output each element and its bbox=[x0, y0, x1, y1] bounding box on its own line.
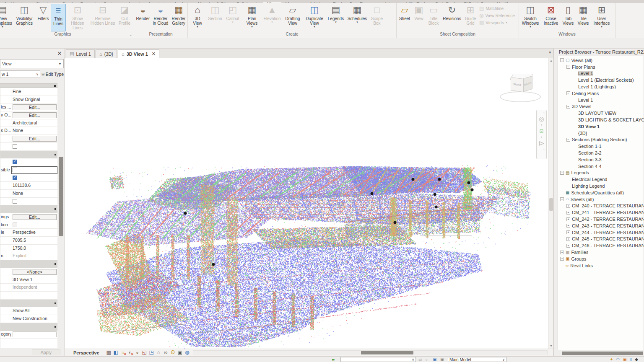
property-value[interactable]: Explicit bbox=[11, 252, 57, 260]
ribbon-button-switch-windows[interactable]: ◫Switch Windows▾ bbox=[519, 4, 541, 31]
tree-item-legends[interactable]: −▤Legends bbox=[558, 170, 644, 176]
reveal-hidden-icon[interactable]: ʘ bbox=[169, 349, 177, 356]
instance-selector[interactable]: w 1 ∨ bbox=[0, 70, 40, 78]
property-value[interactable]: <None> bbox=[11, 268, 57, 276]
shadows-icon[interactable]: ◐✕ bbox=[127, 349, 134, 356]
property-checkbox[interactable] bbox=[13, 144, 17, 149]
expand-icon[interactable]: + bbox=[566, 217, 570, 221]
relinquish-icon[interactable]: ○ bbox=[425, 357, 428, 362]
expand-icon[interactable]: + bbox=[566, 237, 570, 241]
property-value[interactable]: Edit... bbox=[11, 103, 57, 111]
ribbon-button-3d-view[interactable]: ⌂3D View▾ bbox=[188, 4, 207, 31]
tree-item-level-1[interactable]: Level 1 bbox=[558, 70, 644, 77]
tree-item-level-1-electrical-sockets[interactable]: Level 1 (Electrical Sockets) bbox=[558, 77, 644, 83]
tree-item-level-1[interactable]: Level 1 bbox=[558, 97, 644, 103]
sun-path-icon[interactable]: ☼✕ bbox=[119, 349, 127, 356]
property-value[interactable]: Fine bbox=[11, 88, 57, 96]
crop-region-icon[interactable]: ◳ bbox=[148, 349, 155, 356]
view-tab-3d-view-1[interactable]: ⌂3D View 1✕ bbox=[118, 49, 159, 58]
worksets-icon[interactable]: ●● bbox=[332, 357, 334, 362]
tree-item-section-2-2[interactable]: Section 2-2 bbox=[558, 150, 644, 156]
tree-item-cm-246-terrace-restaurant[interactable]: +CM_246 - TERRACE RESTAURANT - bbox=[558, 242, 644, 249]
tree-item-cm-244-terrace-restaurant[interactable]: +CM_244 - TERRACE RESTAURANT - bbox=[558, 229, 644, 236]
property-value[interactable]: None bbox=[11, 127, 57, 134]
property-value[interactable]: None bbox=[11, 190, 57, 197]
tree-item-ceiling-plans[interactable]: −Ceiling Plans bbox=[558, 90, 644, 97]
tree-item-revit-links[interactable]: ∞Revit Links bbox=[558, 262, 644, 269]
dialog-launcher-icon[interactable]: ⌄ bbox=[129, 32, 132, 38]
tree-item-3d[interactable]: {3D} bbox=[558, 130, 644, 137]
active-option-icon[interactable]: ▣ bbox=[440, 357, 444, 362]
property-value[interactable]: Show All bbox=[11, 307, 57, 315]
scrollbar-thumb[interactable] bbox=[361, 351, 413, 354]
property-value[interactable] bbox=[11, 331, 57, 338]
ribbon-button-user-interface[interactable]: ⊞User Interface▾ bbox=[591, 4, 613, 31]
ribbon-button-render-in-cloud[interactable]: ◒Render in Cloud bbox=[151, 4, 170, 31]
expand-icon[interactable]: + bbox=[560, 257, 564, 261]
visual-style-icon[interactable]: ◧ bbox=[112, 349, 119, 356]
expand-icon[interactable]: + bbox=[566, 230, 570, 234]
collapse-icon[interactable]: − bbox=[566, 91, 570, 95]
background-processes-icon[interactable]: ◠ bbox=[616, 357, 620, 362]
property-checkbox[interactable] bbox=[13, 168, 17, 172]
tree-item-cm-242-terrace-restaurant[interactable]: +CM_242 - TERRACE RESTAURANT - bbox=[558, 216, 644, 222]
expand-icon[interactable]: + bbox=[566, 244, 570, 248]
ribbon-button-tile-views[interactable]: ▦Tile Views bbox=[576, 4, 591, 31]
property-value[interactable] bbox=[11, 143, 57, 150]
steering-wheel-icon[interactable]: ◎ bbox=[539, 116, 544, 122]
tree-item-3d-view-1[interactable]: 3D View 1 bbox=[558, 123, 644, 130]
properties-scrollbar[interactable] bbox=[58, 98, 64, 341]
expand-icon[interactable]: + bbox=[566, 204, 570, 208]
locked-3d-view-icon[interactable]: ⌂ bbox=[155, 349, 162, 356]
ribbon-button-thin-lines[interactable]: ≡Thin Lines bbox=[51, 4, 66, 31]
ribbon-button-viewports[interactable]: ▥Viewports▾ bbox=[479, 20, 515, 26]
scrollbar-thumb[interactable] bbox=[562, 352, 643, 355]
tree-item-3d-lighting-socket-layout[interactable]: 3D LIGHTING & SOCKET LAYOUT bbox=[558, 116, 644, 123]
property-value[interactable] bbox=[11, 221, 57, 229]
tree-item-views-all[interactable]: −▢Views (all) bbox=[558, 57, 644, 64]
apply-button[interactable]: Apply bbox=[32, 349, 60, 355]
zoom-icon[interactable]: ⊡ bbox=[539, 128, 543, 134]
crop-view-icon[interactable]: ◱ bbox=[141, 349, 148, 356]
property-value[interactable]: Edit... bbox=[11, 213, 57, 221]
property-value[interactable]: Independent bbox=[11, 284, 57, 291]
ribbon-button-sheet[interactable]: ▱Sheet bbox=[397, 4, 412, 31]
property-checkbox[interactable] bbox=[13, 199, 17, 204]
vertical-scrollbar[interactable]: ▲ ▼ bbox=[548, 58, 553, 349]
edit-button[interactable]: Edit... bbox=[13, 112, 57, 118]
property-value[interactable]: Perspective bbox=[11, 229, 57, 236]
property-value[interactable]: 1750.0 bbox=[11, 245, 57, 252]
select-pinned-icon[interactable]: ▯ bbox=[630, 357, 632, 362]
tree-item-groups[interactable]: +▣Groups bbox=[558, 256, 644, 262]
property-value[interactable]: New Construction bbox=[11, 315, 57, 323]
design-options-icon[interactable]: ▣ bbox=[433, 357, 436, 362]
property-input[interactable] bbox=[13, 331, 57, 337]
property-checkbox[interactable] bbox=[13, 160, 17, 164]
view-tab-3d[interactable]: ⌂{3D} bbox=[96, 49, 117, 58]
ribbon-button-schedules[interactable]: ▦Schedules▾ bbox=[346, 4, 369, 31]
expand-icon[interactable]: + bbox=[560, 251, 564, 254]
project-browser-hscrollbar[interactable] bbox=[558, 351, 644, 356]
tree-item-cm-241-terrace-restaurant[interactable]: +CM_241 - TERRACE RESTAURANT - bbox=[558, 209, 644, 216]
edit-button[interactable]: Edit... bbox=[13, 214, 57, 220]
property-value[interactable]: Edit... bbox=[11, 111, 57, 119]
view-tab-overflow-icon[interactable]: ▾ bbox=[549, 50, 551, 54]
paper-plane-icon[interactable]: ⊳ bbox=[538, 140, 545, 147]
tree-item-section-3-3[interactable]: Section 3-3 bbox=[558, 156, 644, 163]
tree-item-sections-building-section[interactable]: −Sections (Building Section) bbox=[558, 137, 644, 143]
ribbon-button-view-reference[interactable]: ◎View Reference bbox=[479, 13, 515, 18]
property-value[interactable]: 101138.6 bbox=[11, 182, 57, 189]
tree-item-section-1-1[interactable]: Section 1-1 bbox=[558, 143, 644, 150]
collapse-icon[interactable]: − bbox=[560, 58, 564, 62]
tree-item-electrical-legend[interactable]: Electrical Legend bbox=[558, 176, 644, 183]
chevron-down-icon[interactable]: ▾ bbox=[541, 136, 542, 138]
worksharing-display-icon[interactable]: ◍ bbox=[184, 349, 191, 356]
view-cube-compass[interactable] bbox=[500, 91, 541, 102]
nav-options-icon[interactable]: ○ bbox=[543, 111, 545, 114]
property-value[interactable] bbox=[11, 174, 57, 182]
property-value[interactable]: Edit... bbox=[11, 135, 57, 142]
property-value[interactable] bbox=[11, 166, 57, 174]
tree-item-cm-240-terrace-restaurant[interactable]: +CM_240 - TERRACE RESTAURANT - bbox=[558, 203, 644, 209]
hide-isolate-icon[interactable]: ∞ bbox=[162, 349, 169, 356]
collapse-icon[interactable]: − bbox=[560, 197, 564, 201]
